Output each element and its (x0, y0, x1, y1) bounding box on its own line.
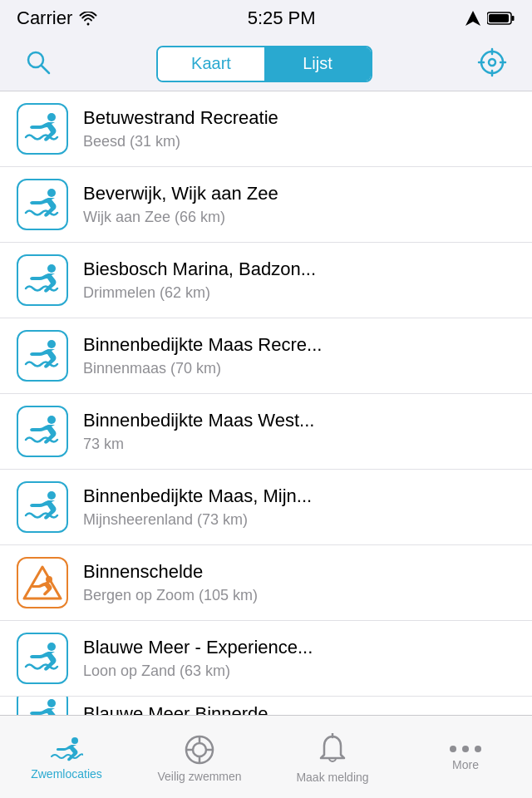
location-icon (17, 481, 68, 533)
location-subtitle: Bergen op Zoom (105 km) (83, 586, 515, 605)
list-item[interactable]: Binnenbedijkte Maas West...73 km (0, 394, 532, 470)
locate-button[interactable] (472, 42, 512, 85)
segment-lijst[interactable]: Lijst (264, 47, 371, 81)
location-subtitle: Wijk aan Zee (66 km) (83, 208, 515, 227)
bell-icon (318, 733, 347, 766)
nav-bar: Kaart Lijst (0, 37, 532, 91)
location-title: Betuwestrand Recreatie (83, 106, 515, 131)
status-bar: Carrier 5:25 PM (0, 0, 532, 37)
tab-melding[interactable]: Maak melding (266, 716, 399, 798)
location-title: Binnenschelde (83, 560, 515, 584)
svg-point-12 (47, 113, 56, 121)
swim-tab-icon (50, 736, 83, 763)
svg-point-17 (47, 491, 56, 500)
location-title: Blauwe Meer - Experience... (83, 636, 515, 660)
segment-control: Kaart Lijst (156, 46, 372, 82)
lifebuoy-icon (184, 734, 215, 766)
svg-rect-2 (511, 16, 514, 21)
location-title: Beverwijk, Wijk aan Zee (83, 182, 515, 206)
location-icon (17, 557, 68, 608)
location-subtitle: Mijnsheerenland (73 km) (83, 510, 515, 530)
location-subtitle: 73 km (83, 435, 515, 454)
location-subtitle: Drimmelen (62 km) (83, 283, 515, 303)
status-right (466, 11, 515, 26)
svg-point-19 (46, 576, 52, 583)
svg-rect-3 (489, 14, 509, 22)
list-item[interactable]: BinnenscheldeBergen op Zoom (105 km) (0, 545, 532, 621)
location-arrow-icon (466, 11, 480, 26)
location-title: Binnenbedijkte Maas, Mijn... (83, 485, 515, 509)
svg-point-13 (47, 189, 56, 197)
svg-line-5 (42, 66, 49, 73)
location-icon (17, 254, 68, 306)
svg-point-22 (71, 737, 78, 744)
tab-melding-label: Maak melding (296, 771, 368, 784)
carrier-label: Carrier (17, 7, 97, 29)
list-item[interactable]: Blauwe Meer - Experience...Loon op Zand … (0, 621, 532, 697)
crosshair-icon (477, 47, 507, 77)
location-icon (17, 406, 68, 457)
battery-icon (487, 11, 515, 26)
location-title: Biesbosch Marina, Badzon... (83, 258, 515, 282)
location-icon (17, 330, 68, 382)
time-label: 5:25 PM (248, 7, 316, 29)
segment-kaart[interactable]: Kaart (158, 47, 264, 81)
svg-point-16 (47, 416, 56, 424)
list-item[interactable]: Biesbosch Marina, Badzon...Drimmelen (62… (0, 243, 532, 318)
location-subtitle: Beesd (31 km) (83, 132, 515, 151)
svg-point-24 (193, 743, 206, 756)
location-icon (17, 179, 68, 230)
svg-point-14 (47, 264, 56, 273)
location-icon (17, 633, 68, 684)
wifi-icon (79, 12, 97, 26)
search-icon (25, 49, 52, 76)
svg-point-20 (47, 643, 56, 651)
svg-marker-0 (466, 11, 480, 26)
svg-marker-18 (24, 567, 61, 598)
list-item[interactable]: Binnenbedijkte Maas Recre...Binnenmaas (… (0, 318, 532, 394)
tab-bar: Zwemlocaties Veilig zwemmen Maak melding… (0, 715, 532, 798)
tab-veilig[interactable]: Veilig zwemmen (133, 716, 266, 798)
location-list: Betuwestrand RecreatieBeesd (31 km) Beve… (0, 91, 532, 798)
tab-veilig-label: Veilig zwemmen (157, 770, 241, 783)
search-button[interactable] (20, 44, 57, 83)
svg-point-15 (47, 340, 56, 348)
location-subtitle: Binnenmaas (70 km) (83, 359, 515, 378)
tab-more-label: More (452, 758, 479, 771)
location-title: Binnenbedijkte Maas Recre... (83, 333, 515, 357)
list-item[interactable]: Beverwijk, Wijk aan ZeeWijk aan Zee (66 … (0, 167, 532, 243)
list-item[interactable]: Binnenbedijkte Maas, Mijn...Mijnsheerenl… (0, 470, 532, 545)
svg-point-7 (489, 59, 495, 66)
list-item[interactable]: Betuwestrand RecreatieBeesd (31 km) (0, 91, 532, 167)
location-subtitle: Loon op Zand (63 km) (83, 662, 515, 681)
tab-zwemlocaties[interactable]: Zwemlocaties (0, 716, 133, 798)
tab-zwemlocaties-label: Zwemlocaties (31, 767, 102, 781)
location-title: Binnenbedijkte Maas West... (83, 409, 515, 433)
location-icon (17, 103, 68, 155)
svg-point-21 (47, 699, 56, 707)
more-dots-icon (450, 746, 481, 752)
tab-more[interactable]: More (399, 716, 532, 798)
